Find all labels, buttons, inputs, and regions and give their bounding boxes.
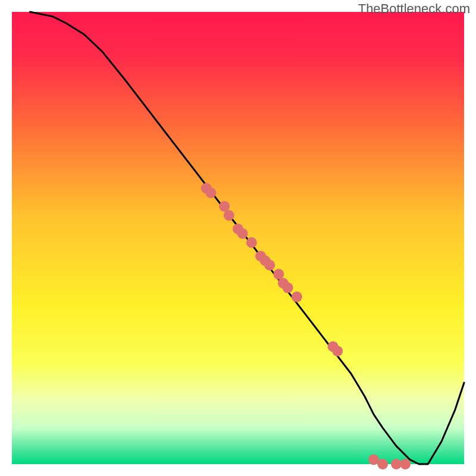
- data-point: [283, 283, 293, 293]
- data-point: [205, 187, 216, 198]
- data-point: [292, 292, 302, 302]
- data-point: [377, 459, 388, 469]
- data-point: [264, 260, 275, 271]
- data-point: [400, 459, 411, 469]
- bottleneck-chart: TheBottleneck.com: [0, 0, 476, 476]
- watermark-text: TheBottleneck.com: [358, 1, 470, 17]
- chart-svg: [0, 0, 476, 476]
- data-point: [224, 210, 234, 221]
- data-point: [237, 228, 248, 239]
- chart-background: [12, 12, 464, 464]
- data-point: [332, 346, 343, 356]
- data-point: [246, 237, 257, 248]
